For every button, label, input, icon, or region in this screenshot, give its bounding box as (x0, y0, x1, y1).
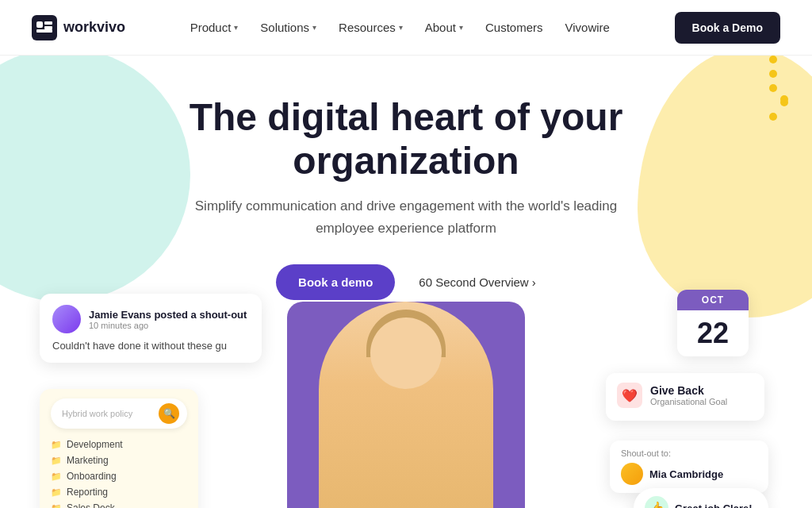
nav-item-resources[interactable]: Resources ▾ (339, 21, 403, 34)
chevron-down-icon: ▾ (399, 23, 403, 32)
nav-link-product[interactable]: Product ▾ (190, 21, 239, 34)
folder-icon: 📁 (51, 471, 62, 482)
person-image (295, 294, 517, 508)
hero-heading: The digital heart of your organization (105, 95, 707, 183)
person-silhouette (319, 302, 493, 508)
chevron-down-icon: ▾ (312, 23, 316, 32)
goal-header: ❤️ Give Back Organisational Goal (617, 383, 753, 408)
shoutout-header: Jamie Evans posted a shout-out 10 minute… (52, 305, 249, 333)
book-demo-nav-button[interactable]: Book a Demo (675, 12, 780, 44)
shoutout-to-label: Shout-out to: (621, 448, 757, 458)
shoutout-to-card: Shout-out to: Mia Cambridge (610, 441, 768, 493)
calendar-card: OCT 22 (677, 290, 749, 356)
heart-icon: ❤️ (617, 383, 642, 408)
list-item[interactable]: 📁 Onboarding (51, 468, 187, 484)
folder-icon: 📁 (51, 487, 62, 498)
logo-text: workvivo (63, 19, 125, 36)
search-bar[interactable]: Hybrid work policy 🔍 (51, 398, 187, 429)
nav-item-customers[interactable]: Customers (485, 21, 543, 34)
nav-item-product[interactable]: Product ▾ (190, 21, 239, 34)
folder-icon: 📁 (51, 503, 62, 509)
goal-title: Give Back (650, 384, 727, 397)
hero-section: The digital heart of your organization S… (0, 56, 812, 316)
goal-card: ❤️ Give Back Organisational Goal (606, 373, 764, 421)
chevron-down-icon: ▾ (459, 23, 463, 32)
svg-rect-0 (36, 21, 43, 28)
nav-link-about[interactable]: About ▾ (425, 21, 463, 34)
nav-link-vivowire[interactable]: Vivowire (565, 21, 610, 34)
goal-info: Give Back Organisational Goal (650, 384, 727, 406)
svg-rect-3 (36, 29, 52, 33)
shoutout-text: Couldn't have done it without these gu (52, 340, 249, 352)
cards-area: Jamie Evans posted a shout-out 10 minute… (0, 286, 812, 508)
nav-link-solutions[interactable]: Solutions ▾ (260, 21, 316, 34)
avatar (621, 463, 643, 485)
folder-icon: 📁 (51, 456, 62, 466)
nav-item-solutions[interactable]: Solutions ▾ (260, 21, 316, 34)
svg-rect-1 (44, 21, 52, 25)
nav-item-about[interactable]: About ▾ (425, 21, 463, 34)
list-item[interactable]: 📁 Marketing (51, 452, 187, 468)
shoutout-to-person-name: Mia Cambridge (649, 468, 723, 480)
person-face (370, 318, 442, 389)
shoutout-card: Jamie Evans posted a shout-out 10 minute… (40, 294, 262, 363)
great-job-card: 👍 Great job Clare! (634, 488, 768, 508)
avatar (52, 305, 81, 333)
shoutout-user-info: Jamie Evans posted a shout-out 10 minute… (89, 309, 247, 330)
nav-item-vivowire[interactable]: Vivowire (565, 21, 610, 34)
nav-link-resources[interactable]: Resources ▾ (339, 21, 403, 34)
shoutout-user-name: Jamie Evans posted a shout-out (89, 309, 247, 321)
search-button[interactable]: 🔍 (159, 403, 179, 424)
list-item[interactable]: 📁 Sales Deck (51, 500, 187, 508)
shoutout-to-person: Mia Cambridge (621, 463, 757, 485)
svg-rect-2 (44, 26, 52, 29)
logo-icon (32, 15, 57, 40)
list-item[interactable]: 📁 Development (51, 437, 187, 452)
goal-subtitle: Organisational Goal (650, 397, 727, 406)
folder-icon: 📁 (51, 440, 62, 450)
calendar-month: OCT (677, 290, 749, 310)
thumbs-up-icon: 👍 (645, 496, 668, 508)
great-job-text: Great job Clare! (675, 502, 753, 509)
nav-link-customers[interactable]: Customers (485, 21, 543, 34)
search-placeholder: Hybrid work policy (62, 409, 159, 418)
folder-list: 📁 Development 📁 Marketing 📁 Onboarding 📁… (51, 437, 187, 508)
shoutout-time: 10 minutes ago (89, 321, 247, 330)
calendar-day: 22 (677, 310, 749, 356)
search-card: Hybrid work policy 🔍 📁 Development 📁 Mar… (40, 389, 198, 508)
chevron-down-icon: ▾ (234, 23, 238, 32)
nav-links: Product ▾ Solutions ▾ Resources ▾ About … (190, 21, 610, 34)
search-icon: 🔍 (163, 408, 175, 419)
logo[interactable]: workvivo (32, 15, 125, 40)
list-item[interactable]: 📁 Reporting (51, 484, 187, 500)
hero-subheading: Simplify communication and drive engagem… (176, 195, 636, 238)
navbar: workvivo Product ▾ Solutions ▾ Resources… (0, 0, 812, 56)
